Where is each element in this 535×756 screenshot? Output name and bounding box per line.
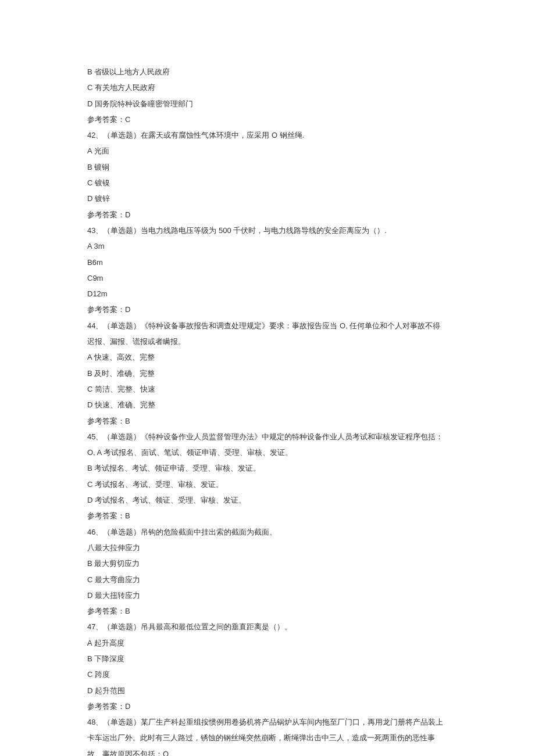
text-line: C9m [87,270,448,286]
text-line: 42、（单选题）在露天或有腐蚀性气体环境中，应采用 O 钢丝绳. [87,127,448,143]
text-line: B6m [87,255,448,270]
text-line: 47、（单选题）吊具最高和最低位置之间的垂直距离是（）。 [87,619,448,635]
text-line: D 镀锌 [87,191,448,206]
text-line: 参考答案：B [87,413,448,429]
text-line: B 考试报名、考试、领证申请、受理、审核、发证。 [87,460,448,476]
text-line: B 及时、准确、完整 [87,366,448,381]
text-line: 48、（单选题）某厂生产科起重组按惯例用卷扬机将产品锅炉从车间内拖至厂门口，再用… [87,714,448,756]
text-line: B 省级以上地方人民政府 [87,64,448,80]
text-line: B 下降深度 [87,651,448,667]
text-line: D 快速、准确、完整 [87,397,448,413]
text-line: A 快速、高效、完整 [87,349,448,365]
text-line: 44、（单选题）《特种设备事故报告和调查处理规定》要求：事故报告应当 O, 任何… [87,318,448,350]
text-line: B 最大剪切应力 [87,556,448,571]
text-line: A 3m [87,238,448,254]
text-line: D 最大扭转应力 [87,587,448,603]
text-line: 43、（单选题）当电力线路电压等级为 500 千伏时，与电力线路导线的安全距离应… [87,223,448,238]
text-line: 参考答案：D [87,302,448,317]
text-line: C 跨度 [87,667,448,682]
text-line: 45、（单选题）《特种设备作业人员监督管理办法》中规定的特种设备作业人员考试和审… [87,429,448,461]
text-line: B 镀铜 [87,159,448,175]
text-line: 参考答案：B [87,603,448,619]
text-line: D 国务院特种设备瞳密管理部门 [87,96,448,112]
text-line: 参考答案：B [87,508,448,524]
text-line: C 有关地方人民政府 [87,80,448,95]
text-line: D 起升范围 [87,683,448,698]
text-line: 八最大拉伸应力 [87,540,448,556]
text-line: D 考试报名、考试、领证、受理、审核、发证。 [87,492,448,508]
text-line: A 光面 [87,143,448,159]
text-line: 参考答案：D [87,698,448,714]
text-line: 46、（单选题）吊钩的危险截面中挂出索的截面为截面。 [87,524,448,540]
text-line: 参考答案：D [87,207,448,223]
text-line: C 镀镍 [87,175,448,191]
document-body: B 省级以上地方人民政府C 有关地方人民政府D 国务院特种设备瞳密管理部门参考答… [87,64,448,756]
text-line: D12m [87,286,448,302]
text-line: A 起升高度 [87,635,448,651]
text-line: 参考答案：C [87,112,448,127]
text-line: C 最大弯曲应力 [87,572,448,587]
text-line: C 简洁、完整、快速 [87,381,448,397]
text-line: C 考试报名、考试、受理、审核、发证。 [87,476,448,492]
